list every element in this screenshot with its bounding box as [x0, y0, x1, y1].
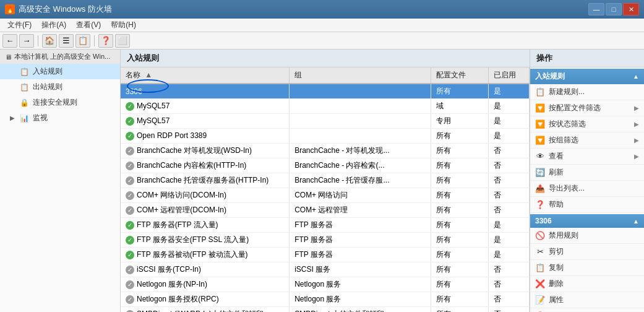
- back-button[interactable]: ←: [2, 34, 17, 48]
- action-item[interactable]: ✂剪切: [530, 244, 644, 260]
- col-profile[interactable]: 配置文件: [431, 67, 489, 84]
- sidebar-item-connection-security[interactable]: 🔒 连接安全规则: [0, 95, 120, 110]
- action-item[interactable]: 🔽按状态筛选▶: [530, 116, 644, 132]
- rule-name: MySQL57: [137, 116, 170, 125]
- rule-enabled: 否: [489, 188, 530, 203]
- copy-button[interactable]: 📋: [75, 34, 90, 48]
- rule-profile: 所有: [431, 292, 489, 307]
- action-icon: ❓: [535, 200, 545, 210]
- minimize-button[interactable]: —: [588, 3, 604, 15]
- rule-group: BranchCache - 内容检索(...: [290, 158, 431, 173]
- extra-button[interactable]: ⬜: [115, 34, 130, 48]
- action-label: 剪切: [549, 246, 564, 257]
- actions-section-3306-label: 3306: [535, 217, 552, 225]
- table-row[interactable]: ✓FTP 服务器安全(FTP SSL 流入量)FTP 服务器所有是: [121, 233, 530, 248]
- table-row[interactable]: ✓BranchCache 对等机发现(WSD-In)BranchCache - …: [121, 144, 530, 158]
- sidebar-item-outbound[interactable]: 📋 出站规则: [0, 79, 120, 95]
- rule-name: FTP 服务器(FTP 流入量): [137, 220, 218, 229]
- table-row[interactable]: ✓FTP 服务器(FTP 流入量)FTP 服务器所有是: [121, 218, 530, 233]
- inbound-icon: 📋: [20, 67, 29, 76]
- sidebar-item-monitor[interactable]: ▶ 📊 监视: [0, 110, 120, 126]
- submenu-arrow: ▶: [634, 105, 639, 111]
- forward-button[interactable]: →: [19, 34, 34, 48]
- action-item[interactable]: 📤导出列表...: [530, 181, 644, 197]
- rule-profile: 所有: [431, 173, 489, 188]
- status-icon: ✓: [126, 266, 134, 274]
- action-label: 按配置文件筛选: [549, 103, 601, 113]
- action-item[interactable]: 🔄刷新: [530, 165, 644, 181]
- col-name[interactable]: 名称 ▲: [121, 67, 290, 84]
- actions-header: 操作: [530, 50, 644, 67]
- rule-group: Netlogon 服务: [290, 292, 431, 307]
- window-title: 高级安全 Windows 防火墙: [19, 4, 112, 15]
- status-icon: ✓: [126, 280, 134, 289]
- help-button[interactable]: ❓: [98, 34, 113, 48]
- maximize-button[interactable]: □: [606, 3, 622, 15]
- status-icon: ✓: [126, 221, 134, 230]
- table-row[interactable]: ✓BranchCache 内容检索(HTTP-In)BranchCache - …: [121, 158, 530, 173]
- action-item[interactable]: ❓帮助: [530, 197, 644, 213]
- rule-profile: 专用: [431, 114, 489, 129]
- table-row[interactable]: ✓MySQL57专用是: [121, 114, 530, 129]
- table-row[interactable]: ✓Open RDP Port 3389所有是: [121, 129, 530, 144]
- rule-enabled: 是: [489, 233, 530, 248]
- action-label: 帮助: [549, 199, 564, 210]
- action-item[interactable]: 🔽按组筛选▶: [530, 132, 644, 149]
- rules-table-body: 3306所有是✓MySQL57域是✓MySQL57专用是✓Open RDP Po…: [121, 84, 530, 312]
- rule-group: [290, 129, 431, 144]
- table-row[interactable]: ✓BranchCache 托管缓存服务器(HTTP-In)BranchCache…: [121, 173, 530, 188]
- table-row[interactable]: ✓FTP 服务器被动(FTP 被动流入量)FTP 服务器所有是: [121, 248, 530, 262]
- close-button[interactable]: ✕: [623, 3, 639, 15]
- menu-help[interactable]: 帮助(H): [106, 19, 141, 32]
- sidebar-item-inbound[interactable]: 📋 入站规则: [0, 64, 120, 79]
- rules-table-container[interactable]: 名称 ▲ 组 配置文件 已启用 3306所有是✓MySQL57域是✓MySQL5…: [121, 67, 530, 312]
- col-group[interactable]: 组: [290, 67, 431, 84]
- rule-group: COM+ 网络访问: [290, 188, 431, 203]
- rule-name: Open RDP Port 3389: [137, 131, 207, 140]
- table-row[interactable]: ✓COM+ 远程管理(DCOM-In)COM+ 远程管理所有否: [121, 203, 530, 218]
- action-label: 刷新: [549, 167, 564, 178]
- tree-root[interactable]: 🖥 本地计算机 上的高级安全 Win...: [0, 50, 120, 64]
- table-row[interactable]: ✓Netlogon 服务(NP-In)Netlogon 服务所有否: [121, 277, 530, 292]
- rule-profile: 所有: [431, 188, 489, 203]
- rule-profile: 所有: [431, 307, 489, 313]
- status-icon: ✓: [126, 132, 134, 141]
- section-chevron-2: ▲: [633, 218, 639, 225]
- action-item[interactable]: ❓帮助: [530, 308, 644, 312]
- list-button[interactable]: ☰: [59, 34, 74, 48]
- toolbar: ← → 🏠 ☰ 📋 ❓ ⬜: [0, 32, 644, 50]
- rule-group: FTP 服务器: [290, 248, 431, 262]
- actions-section-3306[interactable]: 3306 ▲: [530, 214, 644, 228]
- rule-name: Netlogon 服务(NP-In): [137, 280, 207, 288]
- action-item[interactable]: 🚫禁用规则: [530, 228, 644, 244]
- action-item[interactable]: 📝属性: [530, 292, 644, 308]
- action-item[interactable]: 👁查看▶: [530, 149, 644, 165]
- menu-action[interactable]: 操作(A): [36, 19, 71, 32]
- menu-file[interactable]: 文件(F): [2, 19, 36, 32]
- col-enabled[interactable]: 已启用: [489, 67, 530, 84]
- rule-group: BranchCache - 托管缓存服...: [290, 173, 431, 188]
- table-row[interactable]: ✓Netlogon 服务授权(RPC)Netlogon 服务所有否: [121, 292, 530, 307]
- table-row[interactable]: 3306所有是: [121, 84, 530, 99]
- rule-group: [290, 84, 431, 99]
- right-panel: 操作 入站规则 ▲ 📋新建规则...🔽按配置文件筛选▶🔽按状态筛选▶🔽按组筛选▶…: [530, 50, 644, 312]
- action-item[interactable]: ❌删除: [530, 276, 644, 292]
- submenu-arrow: ▶: [634, 153, 639, 160]
- rule-group: BranchCache - 对等机发现...: [290, 144, 431, 158]
- actions-section-inbound[interactable]: 入站规则 ▲: [530, 69, 644, 84]
- table-row[interactable]: ✓SMBDirect (iWARP-In)上的文件和打印...SMBDirect…: [121, 307, 530, 313]
- action-icon: 📝: [535, 295, 545, 305]
- status-icon: ✓: [126, 251, 134, 259]
- table-row[interactable]: ✓MySQL57域是: [121, 99, 530, 114]
- action-item[interactable]: 📋新建规则...: [530, 84, 644, 100]
- rule-enabled: 是: [489, 84, 530, 99]
- action-item[interactable]: 📋复制: [530, 260, 644, 276]
- rule-name: MySQL57: [137, 102, 170, 110]
- expand-icon[interactable]: ▶: [10, 115, 16, 121]
- action-item[interactable]: 🔽按配置文件筛选▶: [530, 100, 644, 116]
- menu-view[interactable]: 查看(V): [71, 19, 106, 32]
- home-button[interactable]: 🏠: [42, 34, 57, 48]
- table-row[interactable]: ✓iSCSI 服务(TCP-In)iSCSI 服务所有否: [121, 262, 530, 277]
- table-row[interactable]: ✓COM+ 网络访问(DCOM-In)COM+ 网络访问所有否: [121, 188, 530, 203]
- rule-name: BranchCache 内容检索(HTTP-In): [137, 161, 246, 170]
